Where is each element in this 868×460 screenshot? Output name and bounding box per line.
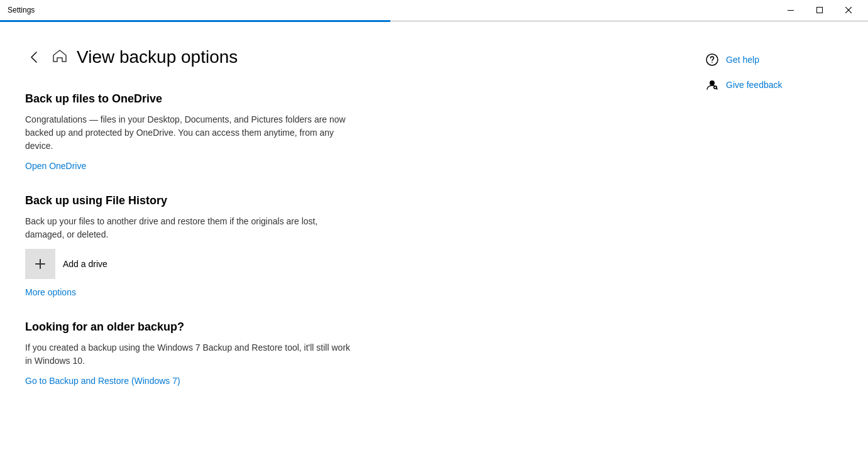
section-older-backup: Looking for an older backup? If you crea… (25, 320, 705, 386)
window-controls (776, 0, 863, 20)
page-header: View backup options (25, 47, 705, 67)
back-button[interactable] (25, 48, 43, 66)
older-backup-section-body: If you created a backup using the Window… (25, 341, 352, 368)
home-icon (53, 50, 67, 65)
file-history-section-title: Back up using File History (25, 194, 705, 207)
add-drive-button[interactable] (25, 249, 55, 279)
add-drive-label: Add a drive (63, 259, 107, 269)
sidebar-item-give-feedback[interactable]: Give feedback (705, 79, 830, 91)
more-options-link[interactable]: More options (25, 287, 76, 297)
minimize-button[interactable] (776, 0, 805, 20)
older-backup-section-title: Looking for an older backup? (25, 320, 705, 334)
help-icon (705, 53, 720, 66)
sidebar: Get help Give feedback (705, 47, 830, 435)
open-onedrive-link[interactable]: Open OneDrive (25, 161, 86, 171)
svg-rect-0 (788, 10, 794, 11)
close-button[interactable] (834, 0, 863, 20)
app-title: Settings (8, 6, 35, 14)
onedrive-section-title: Back up files to OneDrive (25, 92, 705, 106)
svg-point-7 (711, 62, 713, 63)
section-onedrive: Back up files to OneDrive Congratulation… (25, 92, 705, 172)
sidebar-item-get-help[interactable]: Get help (705, 53, 830, 66)
file-history-section-body: Back up your files to another drive and … (25, 215, 352, 241)
give-feedback-link[interactable]: Give feedback (726, 80, 783, 90)
add-drive-row: Add a drive (25, 249, 705, 279)
svg-point-8 (710, 80, 715, 85)
onedrive-section-body: Congratulations — files in your Desktop,… (25, 113, 352, 153)
title-bar: Settings (0, 0, 868, 20)
feedback-icon (705, 79, 720, 91)
main-content: View backup options Back up files to One… (0, 22, 868, 460)
page-title: View backup options (77, 47, 238, 67)
svg-rect-1 (817, 8, 823, 13)
restore-button[interactable] (805, 0, 834, 20)
backup-restore-link[interactable]: Go to Backup and Restore (Windows 7) (25, 376, 180, 386)
section-file-history: Back up using File History Back up your … (25, 194, 705, 298)
main-area: View backup options Back up files to One… (25, 47, 705, 435)
get-help-link[interactable]: Get help (726, 55, 759, 65)
